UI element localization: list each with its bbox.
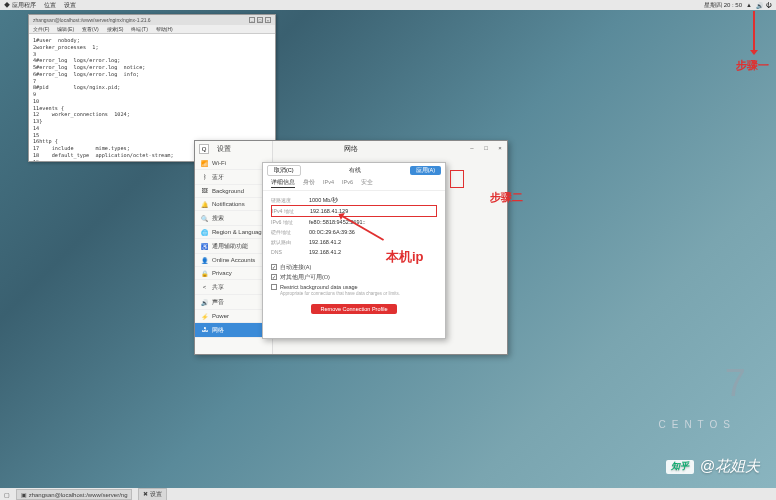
tab-ipv4[interactable]: IPv4 (323, 179, 334, 188)
sidebar-item-label: Notifications (212, 201, 245, 207)
remove-connection-button[interactable]: Remove Connection Profile (311, 304, 398, 314)
sidebar-item-notifications[interactable]: 🔔Notifications (195, 198, 272, 211)
sidebar-item-label: 通用辅助功能 (212, 242, 248, 251)
wifi-icon: 📶 (201, 160, 208, 167)
sidebar-item-accessibility[interactable]: ♿通用辅助功能 (195, 239, 272, 254)
apply-button[interactable]: 应用(A) (410, 166, 441, 175)
restrict-subtext: Appropriate for connections that have da… (271, 291, 437, 296)
sidebar-item-wifi[interactable]: 📶Wi-Fi (195, 157, 272, 170)
checkbox-icon: ✓ (271, 264, 277, 270)
top-menu-bar: ◆ 应用程序 位置 设置 星期四 20 : 50 ▲ 🔊 ⏻ (0, 0, 776, 10)
detail-tabs: 详细信息 身份 IPv4 IPv6 安全 (263, 177, 445, 191)
cancel-button[interactable]: 取消(C) (267, 165, 301, 176)
volume-tray-icon[interactable]: 🔊 (756, 2, 762, 8)
share-icon: < (201, 284, 208, 291)
taskbar-item-terminal[interactable]: ▣ zhangsan@localhost:/www/server/ng (16, 489, 132, 500)
editor-menubar: 文件(F) 编辑(E) 查看(V) 搜索(S) 终端(T) 帮助(H) (29, 25, 275, 34)
row-ipv4: IPv4 地址192.168.41.129 (271, 205, 437, 217)
menu-view[interactable]: 查看(V) (82, 26, 99, 32)
search-icon: 🔍 (201, 215, 208, 222)
annotation-step2: 步骤二 (490, 190, 523, 205)
power-tray-icon[interactable]: ⏻ (766, 2, 772, 8)
sidebar-item-label: Wi-Fi (212, 160, 226, 166)
annotation-local-ip: 本机ip (386, 248, 424, 266)
sidebar-item-power[interactable]: ⚡Power (195, 310, 272, 323)
check-restrict[interactable]: Restrict background data usage (271, 282, 437, 291)
menu-search[interactable]: 搜索(S) (107, 26, 124, 32)
sidebar-item-label: 蓝牙 (212, 173, 224, 182)
menu-edit[interactable]: 编辑(E) (57, 26, 74, 32)
watermark-author: @花姐夫 (700, 457, 760, 476)
sidebar-item-label: Online Accounts (212, 257, 255, 263)
settings-menu[interactable]: 设置 (64, 1, 76, 10)
sidebar-item-sound[interactable]: 🔊声音 (195, 295, 272, 310)
power-icon: ⚡ (201, 313, 208, 320)
editor-titlebar[interactable]: zhangsan@localhost:/www/server/nginx/ngi… (29, 15, 275, 25)
check-others[interactable]: ✓对其他用户可用(O) (271, 272, 437, 282)
sidebar-item-network[interactable]: 🖧网络 (195, 323, 272, 338)
centos-name: CENTOS (659, 419, 737, 430)
menu-terminal[interactable]: 终端(T) (131, 26, 147, 32)
user-icon: 👤 (201, 257, 208, 264)
sidebar-item-label: 声音 (212, 298, 224, 307)
watermark: 知乎 @花姐夫 (666, 457, 760, 476)
lock-icon: 🔒 (201, 270, 208, 277)
settings-title: 设置 (217, 144, 231, 154)
accessibility-icon: ♿ (201, 243, 208, 250)
sound-icon: 🔊 (201, 299, 208, 306)
bottom-taskbar: ▢ ▣ zhangsan@localhost:/www/server/ng ✖ … (0, 488, 776, 500)
network-icon: 🖧 (201, 327, 208, 334)
sidebar-item-label: Power (212, 313, 229, 319)
show-desktop-icon[interactable]: ▢ (4, 491, 10, 498)
annotation-arrow-1 (753, 11, 755, 51)
sidebar-item-label: 共享 (212, 283, 224, 292)
zhihu-icon: 知乎 (666, 460, 694, 474)
sidebar-item-label: Region & Language (212, 229, 265, 235)
editor-title: zhangsan@localhost:/www/server/nginx/ngi… (33, 17, 151, 23)
annotation-highlight-gear (450, 170, 464, 188)
apps-menu[interactable]: ◆ 应用程序 (4, 1, 36, 10)
menu-help[interactable]: 帮助(H) (156, 26, 173, 32)
tab-details[interactable]: 详细信息 (271, 179, 295, 188)
row-mac: 硬件地址00:0C:29:6A:39:36 (271, 227, 437, 237)
sidebar-item-search[interactable]: 🔍搜索 (195, 211, 272, 226)
centos-version: 7 (725, 362, 746, 405)
dialog-title: 有线 (301, 166, 410, 175)
row-link-speed: 链路速度1000 Mb/秒 (271, 195, 437, 205)
tab-security[interactable]: 安全 (361, 179, 373, 188)
menu-file[interactable]: 文件(F) (33, 26, 49, 32)
sidebar-item-privacy[interactable]: 🔒Privacy (195, 267, 272, 280)
sidebar-item-bluetooth[interactable]: ᛒ蓝牙 (195, 170, 272, 185)
maximize-icon[interactable]: □ (257, 17, 263, 23)
checkbox-icon (271, 284, 277, 290)
annotation-step1: 步骤一 (736, 58, 769, 73)
checkbox-icon: ✓ (271, 274, 277, 280)
sidebar-item-label: 搜索 (212, 214, 224, 223)
sidebar-item-label: Background (212, 188, 244, 194)
tab-identity[interactable]: 身份 (303, 179, 315, 188)
minimize-icon[interactable]: – (249, 17, 255, 23)
sidebar-item-region[interactable]: 🌐Region & Language (195, 226, 272, 239)
places-menu[interactable]: 位置 (44, 1, 56, 10)
tab-ipv6[interactable]: IPv6 (342, 179, 353, 188)
globe-icon: 🌐 (201, 229, 208, 236)
sidebar-item-label: Privacy (212, 270, 232, 276)
sidebar-item-label: 网络 (212, 326, 224, 335)
close-icon[interactable]: × (265, 17, 271, 23)
row-gateway: 默认路由192.168.41.2 (271, 237, 437, 247)
sidebar-item-online-accounts[interactable]: 👤Online Accounts (195, 254, 272, 267)
bell-icon: 🔔 (201, 201, 208, 208)
background-icon: 🖼 (201, 188, 208, 195)
datetime: 星期四 20 : 50 (704, 1, 742, 10)
back-button[interactable]: Q (199, 144, 209, 154)
bluetooth-icon: ᛒ (201, 174, 208, 181)
taskbar-item-settings[interactable]: ✖ 设置 (138, 488, 167, 501)
network-tray-icon[interactable]: ▲ (746, 2, 752, 8)
sidebar-item-sharing[interactable]: <共享 (195, 280, 272, 295)
sidebar-item-background[interactable]: 🖼Background (195, 185, 272, 198)
